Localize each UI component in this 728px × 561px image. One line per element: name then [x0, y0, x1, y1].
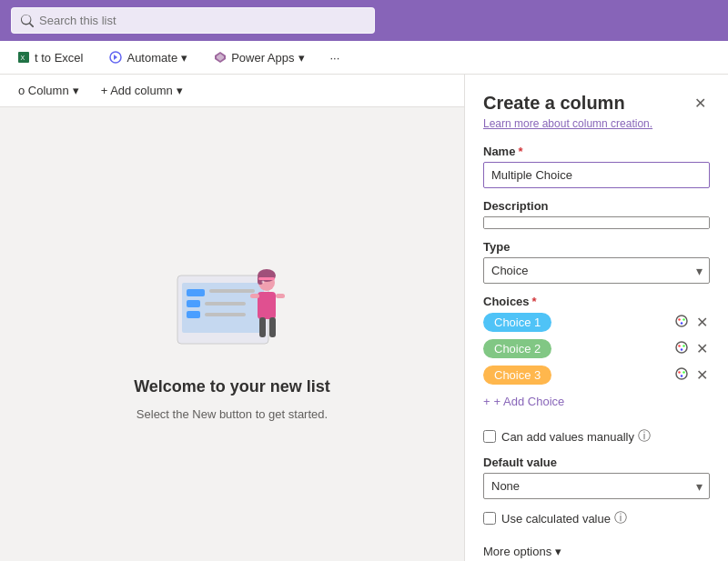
can-add-manually-checkbox[interactable]: [483, 430, 496, 443]
use-calculated-row: Use calculated value ⓘ: [483, 510, 710, 526]
excel-icon: X: [16, 50, 31, 65]
type-label: Type: [483, 240, 710, 254]
default-value-select[interactable]: None Choice 1 Choice 2 Choice 3: [483, 473, 710, 499]
svg-rect-11: [187, 311, 200, 318]
svg-rect-18: [276, 294, 285, 298]
more-commands-button[interactable]: ···: [325, 47, 346, 68]
choice-1-color-button[interactable]: [672, 312, 691, 333]
panel-close-button[interactable]: ✕: [691, 93, 710, 114]
search-box[interactable]: [11, 7, 375, 34]
choice-2-actions: ✕: [672, 338, 710, 359]
choice-3-color-button[interactable]: [672, 365, 691, 386]
add-column-button[interactable]: + Add column ▾: [94, 80, 190, 101]
use-calculated-label[interactable]: Use calculated value ⓘ: [501, 510, 627, 526]
command-bar: X t to Excel Automate ▾ Power Apps ▾ ···: [0, 41, 728, 75]
automate-icon: [108, 50, 123, 65]
svg-rect-8: [209, 289, 255, 293]
choice-3-actions: ✕: [672, 365, 710, 386]
choice-2-delete-button[interactable]: ✕: [694, 340, 710, 358]
svg-point-29: [682, 345, 684, 346]
description-label: Description: [483, 199, 710, 213]
create-column-panel: Create a column ✕ Learn more about colum…: [464, 75, 728, 561]
use-calculated-checkbox[interactable]: [483, 512, 496, 525]
choice-2-color-button[interactable]: [672, 338, 691, 359]
svg-point-24: [678, 318, 680, 320]
can-add-info-icon[interactable]: ⓘ: [638, 428, 651, 445]
choice-badge-2: Choice 2: [483, 339, 551, 358]
svg-rect-19: [259, 317, 266, 337]
svg-point-22: [262, 280, 265, 283]
svg-rect-21: [258, 277, 275, 280]
svg-point-31: [676, 368, 687, 379]
more-options-chevron-icon: ▾: [555, 545, 561, 558]
can-add-manually-label[interactable]: Can add values manually ⓘ: [501, 428, 651, 445]
svg-rect-10: [205, 302, 246, 306]
svg-rect-16: [258, 292, 276, 319]
color-icon-3: [674, 366, 689, 381]
svg-rect-12: [205, 313, 246, 316]
powerapps-chevron: ▾: [298, 51, 305, 65]
add-choice-icon: +: [483, 395, 490, 408]
panel-subtitle[interactable]: Learn more about column creation.: [483, 117, 710, 130]
powerapps-icon: [213, 50, 228, 65]
svg-point-34: [681, 375, 682, 376]
add-column-chevron: ▾: [177, 84, 183, 97]
description-textarea[interactable]: [483, 216, 710, 229]
choice-1-delete-button[interactable]: ✕: [694, 314, 710, 332]
svg-rect-17: [250, 294, 259, 298]
powerapps-button[interactable]: Power Apps ▾: [207, 46, 309, 68]
automate-button[interactable]: Automate ▾: [103, 46, 193, 68]
choices-section: Choices * Choice 1 ✕: [483, 295, 710, 421]
svg-point-28: [678, 345, 680, 346]
choice-3-delete-button[interactable]: ✕: [694, 366, 710, 385]
choices-required: *: [532, 295, 537, 308]
choices-label: Choices *: [483, 295, 710, 308]
svg-rect-7: [187, 289, 205, 296]
panel-title: Create a column: [483, 93, 625, 114]
color-icon: [674, 314, 689, 328]
svg-point-25: [682, 318, 684, 320]
svg-point-26: [681, 322, 682, 324]
type-select-wrapper: Choice Text Number Date and time Person …: [483, 257, 710, 284]
choice-badge-3: Choice 3: [483, 366, 551, 385]
use-calculated-info-icon[interactable]: ⓘ: [614, 510, 627, 526]
svg-point-33: [682, 371, 684, 373]
choice-badge-1: Choice 1: [483, 313, 551, 332]
default-value-select-wrapper: None Choice 1 Choice 2 Choice 3 ▾: [483, 473, 710, 499]
svg-point-30: [681, 348, 682, 350]
choice-item-2: Choice 2 ✕: [483, 338, 710, 359]
main-area: o Column ▾ + Add column ▾: [0, 75, 728, 561]
welcome-title: Welcome to your new list: [134, 377, 330, 396]
welcome-illustration: [159, 248, 305, 366]
list-content: Welcome to your new list Select the New …: [0, 107, 464, 561]
panel-header: Create a column ✕: [483, 93, 710, 114]
svg-rect-20: [269, 317, 276, 337]
choice-1-actions: ✕: [672, 312, 710, 333]
search-input[interactable]: [39, 14, 365, 27]
edit-column-chevron: ▾: [73, 84, 79, 97]
export-excel-button[interactable]: X t to Excel: [11, 46, 88, 68]
welcome-subtitle: Select the New button to get started.: [136, 407, 328, 421]
more-options-button[interactable]: More options ▾: [483, 541, 710, 561]
type-select[interactable]: Choice Text Number Date and time Person: [483, 257, 710, 284]
svg-text:X: X: [21, 55, 25, 61]
name-input[interactable]: [483, 162, 710, 188]
color-icon-2: [674, 340, 689, 355]
add-choice-button[interactable]: + + Add Choice: [483, 391, 564, 412]
svg-point-23: [676, 316, 687, 326]
edit-column-button[interactable]: o Column ▾: [11, 80, 86, 101]
name-required: *: [518, 145, 522, 158]
svg-rect-9: [187, 300, 200, 307]
choice-item-1: Choice 1 ✕: [483, 312, 710, 333]
search-icon: [21, 15, 34, 27]
svg-point-27: [676, 342, 687, 353]
default-value-label: Default value: [483, 456, 710, 469]
list-area: o Column ▾ + Add column ▾: [0, 75, 464, 561]
choice-item-3: Choice 3 ✕: [483, 365, 710, 386]
list-toolbar: o Column ▾ + Add column ▾: [0, 75, 464, 107]
svg-point-32: [678, 371, 680, 373]
can-add-manually-row: Can add values manually ⓘ: [483, 428, 710, 445]
name-label: Name *: [483, 145, 710, 158]
top-bar: [0, 0, 728, 41]
automate-chevron: ▾: [181, 51, 187, 65]
